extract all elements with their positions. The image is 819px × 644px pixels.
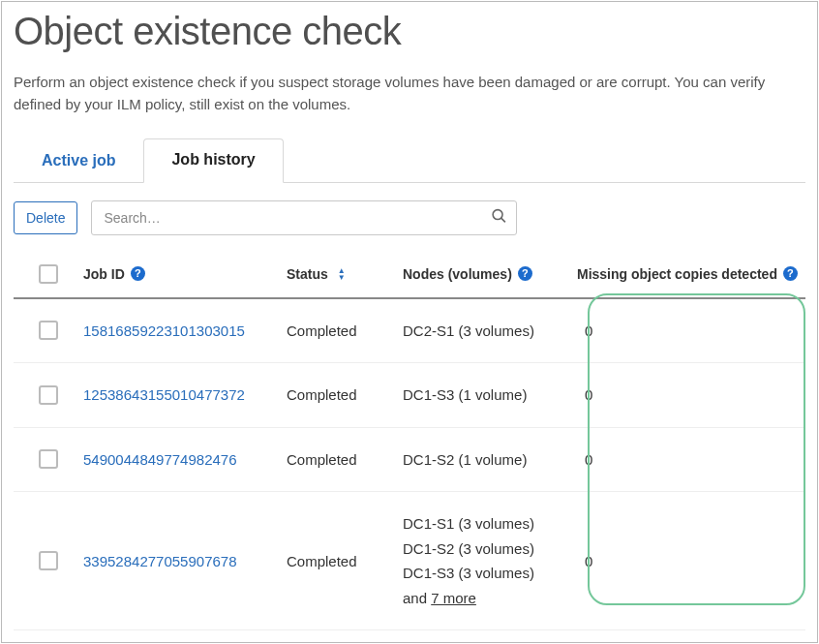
row-checkbox[interactable] [39,385,58,405]
col-nodes-label: Nodes (volumes) [403,266,512,282]
col-nodes: Nodes (volumes) ? [403,266,577,282]
table-row: 3395284277055907678CompletedDC1-S1 (3 vo… [14,492,805,630]
table-row: 5490044849774982476CompletedDC1-S2 (1 vo… [14,428,805,493]
svg-line-1 [501,218,505,222]
node-entry: DC1-S2 (1 volume) [403,447,577,473]
help-icon[interactable]: ? [783,266,798,281]
status-cell: Completed [287,553,403,569]
node-entry: DC1-S3 (3 volumes) [403,561,577,586]
missing-cell: 0 [577,322,805,339]
nodes-cell: DC1-S2 (1 volume) [403,447,577,473]
delete-button[interactable]: Delete [14,201,77,234]
job-id-link[interactable]: 5490044849774982476 [83,451,237,468]
job-id-link[interactable]: 12538643155010477372 [83,386,245,403]
status-cell: Completed [287,451,403,468]
row-checkbox[interactable] [39,321,58,340]
tab-job-history[interactable]: Job history [143,138,283,183]
col-missing: Missing object copies detected ? [577,266,805,282]
col-missing-label: Missing object copies detected [577,266,777,282]
toolbar: Delete [14,200,805,235]
status-cell: Completed [287,386,403,403]
table-row: 12538643155010477372CompletedDC1-S3 (1 v… [14,363,805,428]
help-icon[interactable]: ? [518,266,532,281]
search-input[interactable] [91,200,517,235]
missing-cell: 0 [577,451,805,468]
node-entry: DC2-S1 (3 volumes) [403,319,577,344]
table-header: Job ID ? Status ▲▼ Nodes (volumes) ? Mis… [14,257,805,299]
row-checkbox[interactable] [39,551,58,570]
col-job-id[interactable]: Job ID ? [83,266,287,282]
node-entry: DC1-S3 (1 volume) [403,383,577,408]
nodes-more: and 7 more [403,586,577,611]
job-id-link[interactable]: 15816859223101303015 [83,322,245,339]
select-all-checkbox[interactable] [39,264,58,284]
job-table: Job ID ? Status ▲▼ Nodes (volumes) ? Mis… [14,257,805,631]
nodes-cell: DC1-S1 (3 volumes)DC1-S2 (3 volumes)DC1-… [403,511,577,610]
help-icon[interactable]: ? [131,266,145,281]
nodes-cell: DC2-S1 (3 volumes) [403,319,577,344]
node-entry: DC1-S2 (3 volumes) [403,537,577,562]
table-row: 15816859223101303015CompletedDC2-S1 (3 v… [14,299,805,364]
job-id-link[interactable]: 3395284277055907678 [83,553,237,569]
row-checkbox[interactable] [39,449,58,469]
sort-icon[interactable]: ▲▼ [338,267,346,281]
missing-cell: 0 [577,386,805,403]
tab-active-job[interactable]: Active job [14,139,143,183]
col-status[interactable]: Status ▲▼ [287,266,403,282]
tab-bar: Active job Job history [14,138,805,183]
nodes-more-link[interactable]: 7 more [431,590,476,606]
svg-point-0 [494,209,503,219]
node-entry: DC1-S1 (3 volumes) [403,511,577,537]
status-cell: Completed [287,322,403,339]
missing-cell: 0 [577,553,805,569]
col-status-label: Status [287,266,328,282]
page-description: Perform an object existence check if you… [14,71,805,116]
search-icon [491,207,507,228]
page-title: Object existence check [14,10,805,53]
nodes-cell: DC1-S3 (1 volume) [403,383,577,408]
col-job-id-label: Job ID [83,266,125,282]
